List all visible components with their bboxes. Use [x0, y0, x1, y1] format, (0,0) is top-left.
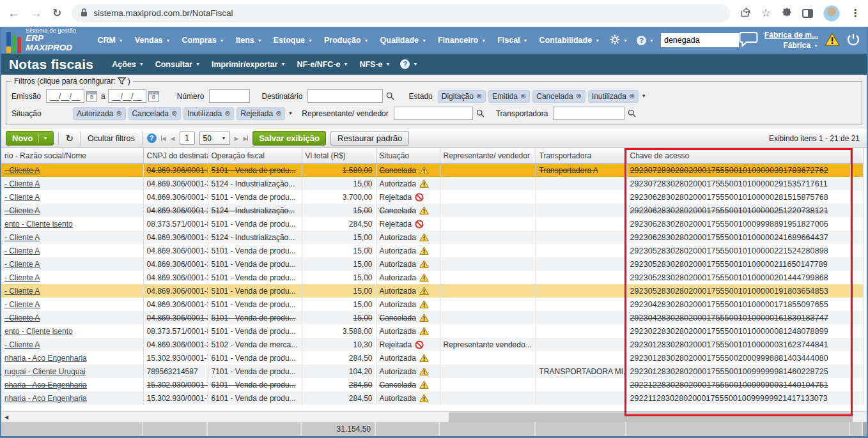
destinatario-link[interactable]: - Cliente A — [4, 260, 40, 269]
situacao-autorizada-tag[interactable]: Autorizada⊗ — [73, 107, 126, 120]
destinatario-link[interactable]: nharia - Aco Engenharia — [4, 394, 87, 403]
side-panel-icon[interactable] — [802, 9, 813, 18]
remove-tag-icon[interactable]: ⊗ — [224, 110, 230, 117]
reload-icon[interactable]: ↻ — [52, 8, 61, 19]
prev-page-button[interactable]: ◀ — [171, 135, 175, 142]
table-row[interactable]: - Cliente A04.869.306/0001-305101 - Vend… — [1, 271, 863, 284]
horizontal-scrollbar[interactable]: ◀ — [1, 411, 867, 422]
global-search-input[interactable] — [661, 33, 739, 47]
calendar-icon[interactable] — [86, 91, 97, 102]
back-icon[interactable]: ← — [8, 7, 20, 19]
nav-menu-contabilidade[interactable]: Contabilidade▼ — [534, 36, 606, 45]
page-menu-imprimir-exportar[interactable]: Imprimir/exportar▼ — [206, 60, 291, 69]
nav-menu-producao[interactable]: Produção▼ — [318, 36, 375, 45]
destinatario-link[interactable]: - Cliente A — [4, 193, 40, 202]
column-header-transportadora[interactable]: Transportadora — [536, 148, 626, 163]
page-menu-consultar[interactable]: Consultar▼ — [150, 60, 206, 69]
emissao-from-input[interactable] — [46, 89, 84, 103]
destinatario-link[interactable]: - Cliente A — [4, 300, 40, 309]
nav-menu-qualidade[interactable]: Qualidade▼ — [375, 36, 432, 45]
destinatario-link[interactable]: ruguai - Cliente Uruguai — [4, 367, 86, 376]
company-switcher[interactable]: Fábrica▼ — [783, 40, 818, 50]
table-row[interactable]: - Cliente A04.869.306/0001-305101 - Vend… — [1, 311, 863, 324]
profile-avatar[interactable] — [823, 5, 840, 22]
remove-tag-icon[interactable]: ⊗ — [576, 93, 582, 100]
estado-emitida-tag[interactable]: Emitida⊗ — [488, 90, 530, 103]
ocultar-filtros-button[interactable]: Ocultar filtros — [85, 134, 137, 143]
next-page-button[interactable]: ▶ — [235, 135, 239, 142]
scrollbar-thumb[interactable] — [449, 412, 853, 422]
destinatario-link[interactable]: nharia - Aco Engenharia — [4, 381, 87, 389]
table-row[interactable]: ruguai - Cliente Uruguai7895632145877101… — [1, 365, 863, 378]
column-header-vl-total-r[interactable]: Vl total (R$) — [302, 148, 376, 163]
erp-logo[interactable]: Sistema de gestão ERP MAXIPROD — [6, 27, 84, 53]
destinatario-link[interactable]: - Cliente A — [4, 273, 40, 282]
transportadora-input[interactable] — [553, 107, 624, 120]
page-menu-acoes[interactable]: Ações▼ — [106, 60, 149, 69]
company-link[interactable]: Fábrica de m... — [764, 30, 818, 40]
nav-menu-fiscal[interactable]: Fiscal▼ — [492, 36, 533, 45]
nav-menu-crm[interactable]: CRM▼ — [91, 36, 128, 45]
table-row[interactable]: ento - Cliente isento08.373.571/0001-835… — [1, 217, 863, 230]
table-row[interactable]: ento - Cliente isento08.373.571/0001-835… — [1, 324, 863, 338]
table-row[interactable]: nharia - Aco Engenharia15.302.930/0001-7… — [1, 378, 863, 391]
filters-legend[interactable]: Filtros (clique para configurar: ) — [12, 77, 133, 86]
remove-tag-icon[interactable]: ⊗ — [275, 110, 281, 117]
column-header-representante-vendedor[interactable]: Representante/ vendedor — [440, 148, 536, 163]
destinatario-link[interactable]: - Cliente A — [4, 233, 40, 242]
destinatario-link[interactable]: ento - Cliente isento — [4, 327, 73, 336]
table-row[interactable]: - Cliente A04.869.306/0001-305101 - Vend… — [1, 190, 863, 204]
browser-menu-icon[interactable]: ⋮ — [850, 7, 860, 19]
situacao-cancelada-tag[interactable]: Cancelada⊗ — [128, 107, 182, 120]
destinatario-input[interactable] — [307, 89, 383, 103]
help-menu[interactable]: ? ▼ — [632, 36, 658, 45]
table-row[interactable]: nharia - Aco Engenharia15.302.930/0001-7… — [1, 391, 863, 405]
settings-menu[interactable]: ▼ — [605, 34, 632, 47]
share-icon[interactable] — [740, 7, 751, 19]
destinatario-link[interactable]: - Cliente A — [4, 166, 40, 175]
last-page-button[interactable]: ▶ — [243, 135, 248, 142]
destinatario-link[interactable]: - Cliente A — [4, 206, 40, 215]
power-icon[interactable] — [846, 33, 860, 49]
remove-tag-icon[interactable]: ⊗ — [116, 110, 121, 117]
situacao-dropdown-icon[interactable]: ▼ — [288, 110, 293, 116]
refresh-icon[interactable]: ↻ — [63, 133, 75, 144]
remove-tag-icon[interactable]: ⊗ — [171, 110, 177, 117]
table-row[interactable]: nharia - Aco Engenharia15.302.930/0001-7… — [1, 351, 863, 365]
nav-menu-compras[interactable]: Compras▼ — [176, 36, 230, 45]
nav-menu-itens[interactable]: Itens▼ — [230, 36, 268, 45]
remove-tag-icon[interactable]: ⊗ — [476, 93, 482, 100]
page-size-select[interactable]: 50▼ — [199, 132, 230, 145]
estado-cancelada-tag[interactable]: Cancelada⊗ — [532, 90, 585, 103]
emissao-to-input[interactable] — [108, 89, 146, 103]
destinatario-link[interactable]: - Cliente A — [4, 313, 40, 322]
destinatario-link[interactable]: nharia - Aco Engenharia — [4, 354, 87, 363]
page-number-input[interactable]: 1 — [180, 132, 195, 145]
help-icon[interactable]: ? — [147, 133, 157, 143]
table-row[interactable]: - Cliente A04.869.306/0001-305124 - Indu… — [1, 230, 863, 244]
salvar-exibicao-button[interactable]: Salvar exibição — [252, 131, 326, 146]
scroll-left-icon[interactable]: ◀ — [4, 414, 8, 420]
nav-menu-estoque[interactable]: Estoque▼ — [268, 36, 318, 45]
calendar-icon[interactable] — [148, 91, 159, 102]
page-menu-nfs-e[interactable]: NFS-e▼ — [353, 60, 396, 69]
search-icon[interactable] — [628, 109, 636, 117]
column-header-cnpj-do-destinatario[interactable]: CNPJ do destinatário — [143, 148, 208, 163]
representante-input[interactable] — [394, 107, 473, 120]
table-row[interactable]: - Cliente A04.869.306/0001-305101 - Vend… — [1, 163, 863, 177]
situacao-rejeitada-tag[interactable]: Rejeitada⊗ — [236, 107, 285, 120]
first-page-button[interactable]: ◀ — [161, 135, 166, 142]
warning-icon[interactable] — [825, 33, 840, 48]
numero-input[interactable] — [209, 89, 250, 103]
estado-inutilizada-tag[interactable]: Inutilizada⊗ — [588, 90, 639, 103]
destinatario-link[interactable]: ento - Cliente isento — [4, 220, 73, 229]
table-row[interactable]: - Cliente A04.869.306/0001-305101 - Vend… — [1, 244, 863, 257]
page-help-menu[interactable]: ? ▼ — [396, 59, 422, 69]
novo-button[interactable]: Novo▼ — [6, 131, 54, 146]
restaurar-padrao-button[interactable]: Restaurar padrão — [330, 131, 409, 146]
extensions-puzzle-icon[interactable] — [781, 7, 792, 20]
remove-tag-icon[interactable]: ⊗ — [629, 93, 635, 100]
table-row[interactable]: - Cliente A04.869.306/0001-305101 - Vend… — [1, 257, 863, 271]
table-row[interactable]: - Cliente A04.869.306/0001-305101 - Vend… — [1, 284, 863, 298]
chat-bubble-icon[interactable] — [739, 31, 758, 49]
